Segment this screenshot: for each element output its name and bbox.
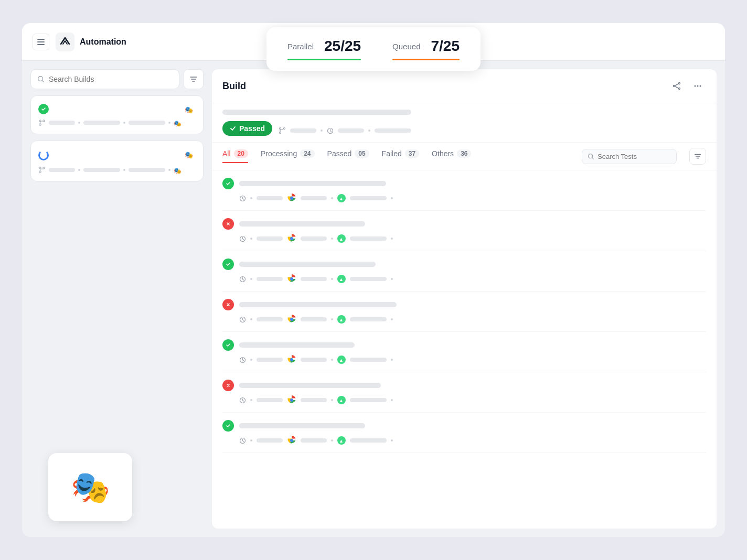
svg-text:▲: ▲ — [339, 358, 344, 363]
svg-point-13 — [679, 83, 680, 84]
svg-point-16 — [695, 85, 696, 87]
build-time-skeleton — [338, 128, 364, 133]
device-skeleton — [350, 236, 387, 241]
test-status-green-icon — [222, 339, 234, 351]
branch-icon-2 — [38, 166, 46, 174]
build-info: Passed — [212, 103, 717, 143]
test-list: ▲ — [212, 170, 717, 529]
search-builds-wrap — [30, 69, 179, 89]
chrome-icon — [287, 355, 296, 364]
sidebar-filter-button[interactable] — [184, 69, 204, 89]
clock-icon — [239, 235, 246, 242]
tab-failed-label: Failed — [382, 149, 402, 158]
time-skeleton — [257, 398, 283, 402]
tab-all-count: 20 — [234, 149, 248, 158]
svg-point-47 — [290, 358, 293, 361]
android-icon: ▲ — [337, 315, 346, 324]
tab-passed[interactable]: Passed 05 — [327, 149, 369, 163]
search-tests-wrap — [582, 149, 677, 164]
search-builds-input[interactable] — [49, 75, 173, 83]
svg-point-11 — [43, 167, 45, 169]
svg-point-32 — [290, 237, 293, 240]
search-tests-icon — [588, 153, 594, 160]
tab-others[interactable]: Others 36 — [432, 149, 471, 163]
tab-all[interactable]: All 20 — [222, 149, 248, 163]
android-icon: ▲ — [337, 396, 346, 404]
chrome-icon — [287, 315, 296, 324]
clock-icon-build — [327, 127, 334, 134]
test-row[interactable]: ▲ — [222, 372, 706, 413]
tab-failed-count: 37 — [405, 149, 419, 158]
test-row[interactable]: ▲ — [222, 251, 706, 292]
parallel-section: Parallel 25/25 — [287, 38, 361, 60]
tab-passed-count: 05 — [355, 149, 369, 158]
browser-skeleton — [301, 277, 327, 281]
svg-text:🎭: 🎭 — [185, 150, 194, 159]
passed-badge: Passed — [222, 121, 272, 136]
tab-processing[interactable]: Processing 24 — [261, 149, 315, 163]
chrome-icon — [287, 436, 296, 445]
clock-icon — [239, 397, 246, 404]
build-meta-skeleton-1c — [129, 121, 165, 125]
chrome-icon — [287, 395, 296, 405]
search-tests-input[interactable] — [597, 153, 671, 160]
tab-others-count: 36 — [457, 149, 471, 158]
device-skeleton — [350, 277, 387, 281]
theater-icon-1: 🎭 — [184, 103, 196, 115]
time-skeleton — [257, 438, 283, 443]
tab-failed[interactable]: Failed 37 — [382, 149, 420, 163]
floating-theater-card: 🎭 — [48, 453, 132, 521]
test-row[interactable]: ▲ — [222, 413, 706, 453]
test-row[interactable]: ▲ — [222, 292, 706, 332]
tests-filter-button[interactable] — [689, 148, 706, 165]
test-status-green-icon — [222, 420, 234, 432]
svg-rect-0 — [56, 33, 74, 51]
tab-all-label: All — [222, 149, 231, 158]
test-status-green-icon — [222, 178, 234, 189]
build-desc-skeleton — [222, 110, 411, 115]
svg-point-5 — [39, 124, 41, 126]
menu-button[interactable] — [33, 34, 49, 50]
android-icon: ▲ — [337, 356, 346, 364]
test-row[interactable]: ▲ — [222, 170, 706, 211]
test-row[interactable]: ▲ — [222, 332, 706, 372]
build-title: Build — [222, 81, 246, 92]
svg-text:🎭: 🎭 — [174, 167, 182, 174]
status-passed-icon-1 — [38, 104, 49, 114]
check-icon — [230, 125, 236, 132]
svg-text:🎭: 🎭 — [185, 105, 194, 114]
test-status-red-icon — [222, 380, 234, 391]
test-row[interactable]: ▲ — [222, 211, 706, 251]
svg-text:▲: ▲ — [339, 277, 344, 282]
svg-point-57 — [290, 439, 293, 442]
more-options-button[interactable] — [689, 78, 706, 94]
chrome-icon — [287, 274, 296, 284]
theater-mask-icon: 🎭 — [71, 469, 110, 506]
device-skeleton — [350, 196, 387, 200]
filter-icon — [189, 75, 198, 83]
svg-point-15 — [674, 85, 675, 87]
branch-icon-build — [279, 127, 286, 134]
theater-icon-2: 🎭 — [184, 148, 196, 160]
build-card-1[interactable]: 🎭 — [30, 95, 204, 134]
device-skeleton — [350, 438, 387, 443]
branch-icon-1 — [38, 119, 46, 126]
clock-icon — [239, 357, 246, 363]
parallel-bar — [287, 59, 361, 60]
build-meta-skeleton-2b — [83, 168, 120, 172]
app-title: Automation — [80, 37, 126, 47]
android-icon: ▲ — [337, 234, 346, 243]
theater-icon-badge-1: 🎭 — [174, 119, 184, 126]
browser-skeleton — [301, 398, 327, 402]
browser-skeleton — [301, 236, 327, 241]
share-button[interactable] — [668, 78, 685, 94]
android-icon: ▲ — [337, 436, 346, 445]
browser-skeleton — [301, 358, 327, 362]
test-name-skeleton — [239, 221, 365, 227]
test-name-skeleton — [239, 181, 386, 186]
test-name-skeleton — [239, 342, 355, 348]
build-card-2[interactable]: 🎭 — [30, 141, 204, 181]
main-content: Build — [212, 69, 717, 529]
queued-bar — [392, 59, 460, 60]
svg-text:▲: ▲ — [339, 236, 344, 242]
